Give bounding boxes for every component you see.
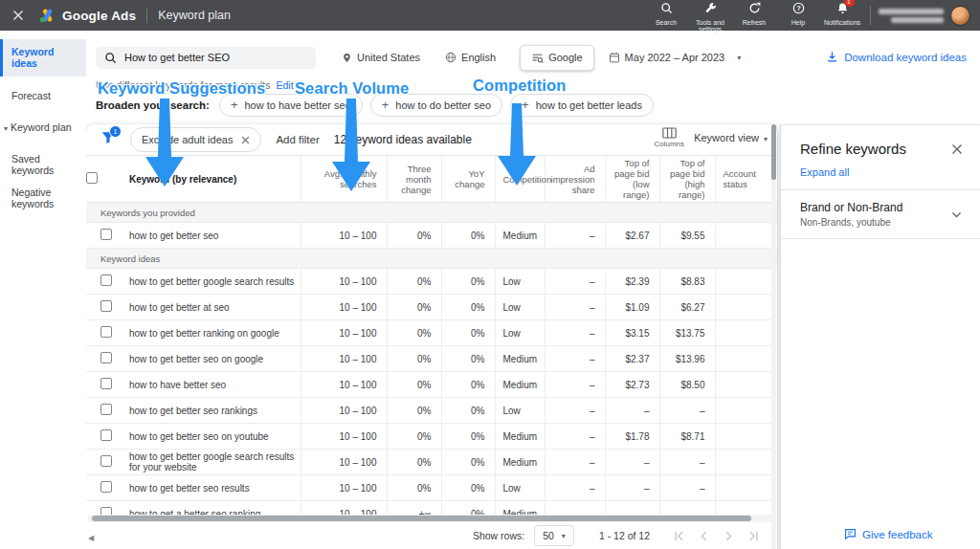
column-header-three-month-change[interactable]: Three month change	[387, 156, 441, 203]
column-header-top-of-page-bid-high-range[interactable]: Top of page bid (high range)	[659, 156, 715, 203]
refine-panel-title: Refine keywords	[800, 141, 906, 157]
table-row: how to get better seo results10 – 1000%0…	[86, 475, 777, 501]
network-value: Google	[548, 52, 582, 63]
section-label: Keywords you provided	[86, 203, 777, 223]
value-cell: $2.37	[605, 346, 659, 372]
page-title: Keyword plan	[158, 9, 231, 22]
table-header-row: Keyword (by relevance)Avg. monthly searc…	[86, 156, 777, 203]
value-cell: $8.83	[659, 269, 715, 295]
select-all-checkbox[interactable]	[86, 172, 98, 184]
sidebar-item-negative-keywords[interactable]: Negative keywords	[0, 182, 86, 215]
download-icon	[826, 51, 838, 63]
expand-all-link[interactable]: Expand all	[781, 157, 980, 189]
value-cell: 0%	[441, 475, 495, 501]
table-row: how to get better seo rankings10 – 1000%…	[86, 398, 777, 424]
location-pin-icon	[342, 53, 352, 63]
date-range-selector[interactable]: May 2022 – Apr 2023	[609, 52, 725, 63]
refine-keywords-panel: Refine keywords Expand all Brand or Non-…	[780, 124, 980, 549]
edit-link[interactable]: Edit	[276, 79, 293, 91]
page-last-button[interactable]	[747, 530, 760, 542]
keyword-cell: how to get better google search results	[128, 269, 301, 295]
value-cell: $1.78	[605, 424, 659, 450]
main-content: How to get better SEO United States Engl…	[86, 31, 980, 549]
column-header-yoy-change[interactable]: YoY change	[441, 156, 495, 203]
value-cell: 0%	[441, 223, 495, 249]
date-range-caret-icon[interactable]: ▾	[737, 54, 741, 62]
columns-label: Columns	[654, 140, 684, 148]
download-keyword-ideas-button[interactable]: Download keyword ideas	[826, 51, 967, 63]
vertical-scrollbar-thumb[interactable]	[771, 124, 776, 180]
row-checkbox[interactable]	[100, 326, 112, 338]
sidebar-item-saved-keywords[interactable]: Saved keywords	[0, 148, 86, 182]
horizontal-scrollbar-thumb[interactable]	[92, 516, 751, 521]
search-icon	[104, 52, 117, 64]
column-header-top-of-page-bid-low-range[interactable]: Top of page bid (low range)	[605, 156, 659, 203]
topbar-action-help[interactable]: ?Help	[776, 0, 820, 26]
sidebar-item-label: Forecast	[11, 90, 51, 101]
value-cell: –	[545, 223, 605, 249]
avatar[interactable]	[950, 6, 970, 26]
value-cell: $13.96	[659, 346, 715, 372]
value-cell: Medium	[495, 346, 545, 372]
add-icon: +	[231, 100, 238, 110]
value-cell: Low	[495, 398, 545, 424]
brand-group-row[interactable]: Brand or Non-Brand Non-Brands, youtube	[781, 190, 980, 238]
sidebar: Keyword ideasForecast▾Keyword planSaved …	[0, 31, 86, 549]
row-checkbox[interactable]	[100, 378, 112, 389]
value-cell: 0%	[387, 398, 441, 424]
row-checkbox[interactable]	[100, 229, 112, 240]
value-cell: 0%	[387, 475, 441, 501]
row-checkbox[interactable]	[100, 300, 112, 312]
row-checkbox[interactable]	[100, 274, 112, 286]
row-checkbox[interactable]	[100, 404, 112, 415]
keyword-search-input[interactable]: How to get better SEO	[96, 47, 316, 69]
sidebar-item-forecast[interactable]: Forecast	[0, 85, 86, 108]
sidebar-item-keyword-ideas[interactable]: Keyword ideas	[0, 39, 86, 77]
row-checkbox[interactable]	[100, 429, 112, 441]
value-cell: 0%	[441, 398, 495, 424]
language-selector[interactable]: English	[445, 52, 496, 63]
columns-button[interactable]: Columns	[654, 127, 684, 148]
keyword-view-dropdown[interactable]: Keyword view▾	[694, 132, 768, 143]
help-icon: ?	[792, 2, 805, 14]
show-rows-select[interactable]: 50 ▾	[534, 525, 574, 546]
keyword-table: Keyword (by relevance)Avg. monthly searc…	[86, 155, 777, 549]
filter-button[interactable]: 1	[100, 130, 116, 149]
add-filter-button[interactable]: Add filter	[276, 134, 319, 145]
annotation-search-volume: Search Volume	[295, 79, 409, 98]
close-icon[interactable]	[12, 10, 24, 21]
remove-filter-icon[interactable]	[241, 136, 250, 144]
sidebar-item-keyword-plan[interactable]: ▾Keyword plan	[0, 117, 86, 141]
annotation-arrow-down-icon	[144, 99, 186, 187]
topbar-action-refresh[interactable]: Refresh	[732, 0, 776, 26]
search-icon	[660, 2, 673, 14]
topbar-action-tools-and-settings[interactable]: Tools and settings	[688, 0, 732, 33]
row-checkbox[interactable]	[100, 455, 112, 467]
value-cell: 10 – 100	[301, 295, 387, 320]
location-selector[interactable]: United States	[342, 52, 420, 63]
column-header-account-status[interactable]: Account status	[715, 156, 777, 203]
network-selector[interactable]: Google	[520, 45, 593, 71]
give-feedback-button[interactable]: Give feedback	[844, 528, 933, 540]
topbar-action-search[interactable]: Search	[644, 0, 688, 26]
value-cell: 10 – 100	[301, 223, 387, 249]
column-header-ad-impression-share[interactable]: Ad impression share	[545, 156, 605, 203]
table-row: how to get better google search results …	[86, 450, 777, 475]
value-cell: –	[605, 450, 659, 475]
page-first-button[interactable]	[673, 530, 685, 542]
topbar-action-notifications[interactable]: 1Notifications	[820, 0, 864, 26]
page-prev-button[interactable]	[698, 530, 710, 542]
refine-close-icon[interactable]	[951, 143, 963, 155]
collapse-panel-icon[interactable]: ◀	[88, 534, 94, 542]
value-cell	[715, 346, 777, 372]
page-next-button[interactable]	[723, 530, 735, 542]
row-checkbox[interactable]	[100, 352, 112, 363]
value-cell	[715, 475, 777, 501]
columns-icon	[662, 127, 677, 139]
refresh-icon	[748, 2, 761, 14]
account-menu[interactable]	[879, 6, 970, 26]
chevron-down-icon[interactable]	[950, 209, 963, 221]
row-checkbox[interactable]	[100, 481, 112, 493]
value-cell	[715, 450, 777, 475]
value-cell: $9.55	[659, 223, 715, 249]
